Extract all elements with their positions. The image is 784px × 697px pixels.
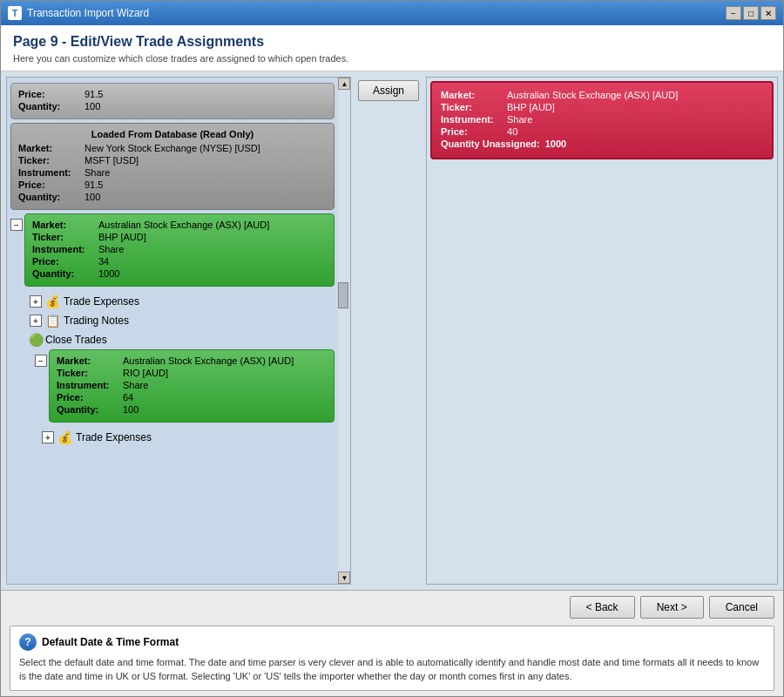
card4-price-value: 64 <box>123 392 133 403</box>
card2-price-row: Price: 91.5 <box>18 179 327 190</box>
help-box: ? Default Date & Time Format Select the … <box>10 626 774 691</box>
right-instrument-value: Share <box>507 114 532 125</box>
card2-qty-label: Quantity: <box>18 192 79 202</box>
card2-instrument-label: Instrument: <box>18 167 79 178</box>
cancel-button[interactable]: Cancel <box>709 596 774 619</box>
card4-ticker-row: Ticker: RIO [AUD] <box>57 368 327 378</box>
close-button[interactable]: ✕ <box>760 6 776 20</box>
trade-card-4: Market: Australian Stock Exchange (ASX) … <box>49 349 335 423</box>
card4-ticker-value: RIO [AUD] <box>123 368 168 378</box>
scroll-wrapper: Price: 91.5 Quantity: 100 Loaded From Da… <box>7 78 350 584</box>
scroll-thumb[interactable] <box>338 282 348 308</box>
card4-expander[interactable]: − <box>35 355 47 367</box>
left-scroll[interactable]: Price: 91.5 Quantity: 100 Loaded From Da… <box>7 78 338 584</box>
right-ticker-row: Ticker: BHP [AUD] <box>441 102 763 112</box>
card1-qty-row: Quantity: 100 <box>18 101 327 112</box>
maximize-button[interactable]: □ <box>743 6 759 20</box>
bottom-area: < Back Next > Cancel ? Default Date & Ti… <box>1 590 783 696</box>
right-ticker-value: BHP [AUD] <box>507 102 555 112</box>
card2-instrument-value: Share <box>84 167 110 178</box>
card2-ticker-label: Ticker: <box>18 155 79 166</box>
card2-ticker-value: MSFT [USD] <box>84 155 139 166</box>
trade-expenses-2-item[interactable]: + 💰 Trade Expenses <box>10 428 335 447</box>
card3-instrument-value: Share <box>98 244 124 254</box>
card1-qty-label: Quantity: <box>18 101 79 112</box>
card3-qty-row: Quantity: 1000 <box>32 268 327 279</box>
help-header: ? Default Date & Time Format <box>19 633 765 651</box>
right-ticker-label: Ticker: <box>441 102 502 112</box>
card4-instrument-row: Instrument: Share <box>57 380 327 390</box>
card4-qty-row: Quantity: 100 <box>57 404 327 415</box>
card4-expand-row: − Market: Australian Stock Exchange (ASX… <box>10 349 335 426</box>
money-icon-2: 💰 <box>57 430 72 444</box>
close-trades-label: Close Trades <box>45 334 107 346</box>
card2-header: Loaded From Database (Read Only) <box>18 129 327 139</box>
left-scrollbar[interactable]: ▲ ▼ <box>338 78 350 584</box>
title-bar: T Transaction Import Wizard − □ ✕ <box>1 1 783 25</box>
card1-qty-value: 100 <box>84 101 100 112</box>
trade-card-2: Loaded From Database (Read Only) Market:… <box>10 123 335 210</box>
card3-price-label: Price: <box>32 256 93 267</box>
scroll-down-arrow[interactable]: ▼ <box>338 572 350 584</box>
card4-market-label: Market: <box>57 355 118 366</box>
trade-card-1: Price: 91.5 Quantity: 100 <box>10 83 335 119</box>
scroll-up-arrow[interactable]: ▲ <box>338 78 350 90</box>
help-text: Select the default date and time format.… <box>19 656 765 683</box>
right-price-row: Price: 40 <box>441 126 763 137</box>
left-panel: Price: 91.5 Quantity: 100 Loaded From Da… <box>6 77 351 585</box>
card3-ticker-value: BHP [AUD] <box>98 232 146 242</box>
card3-expand-row: − Market: Australian Stock Exchange (ASX… <box>10 213 335 290</box>
card1-price-row: Price: 91.5 <box>18 89 327 99</box>
title-bar-buttons: − □ ✕ <box>726 6 776 20</box>
assign-button[interactable]: Assign <box>358 80 419 101</box>
trade-expenses-2-expander[interactable]: + <box>42 431 54 443</box>
next-button[interactable]: Next > <box>640 596 704 619</box>
right-qty-unassigned-row: Quantity Unassigned: 1000 <box>441 139 763 149</box>
card3-market-value: Australian Stock Exchange (ASX) [AUD] <box>98 220 269 230</box>
right-market-row: Market: Australian Stock Exchange (ASX) … <box>441 90 763 100</box>
app-icon: T <box>8 6 22 20</box>
card4-instrument-label: Instrument: <box>57 380 118 390</box>
close-trades-icon: 🟢 <box>29 333 44 347</box>
unassigned-card: Market: Australian Stock Exchange (ASX) … <box>430 81 774 159</box>
title-bar-title: Transaction Import Wizard <box>27 7 149 19</box>
minimize-button[interactable]: − <box>726 6 741 20</box>
card3-ticker-label: Ticker: <box>32 232 93 242</box>
trade-expenses-1-expander[interactable]: + <box>30 295 42 308</box>
right-instrument-row: Instrument: Share <box>441 114 763 125</box>
card2-qty-row: Quantity: 100 <box>18 192 327 202</box>
card3-instrument-label: Instrument: <box>32 244 93 254</box>
trading-notes-item[interactable]: + 📋 Trading Notes <box>10 311 335 330</box>
card3-market-row: Market: Australian Stock Exchange (ASX) … <box>32 220 327 230</box>
notes-icon: 📋 <box>45 314 60 328</box>
close-trades-item[interactable]: 🟢 Close Trades <box>10 330 335 349</box>
main-window: T Transaction Import Wizard − □ ✕ Page 9… <box>0 0 784 697</box>
card4-price-label: Price: <box>57 392 118 403</box>
right-instrument-label: Instrument: <box>441 114 502 125</box>
trade-card-3: Market: Australian Stock Exchange (ASX) … <box>24 213 335 287</box>
right-qty-unassigned-value: 1000 <box>545 139 566 149</box>
card1-price-label: Price: <box>18 89 79 99</box>
card4-price-row: Price: 64 <box>57 392 327 403</box>
back-button[interactable]: < Back <box>570 596 635 619</box>
trading-notes-expander[interactable]: + <box>30 315 42 327</box>
right-qty-unassigned-label: Quantity Unassigned: <box>441 139 540 149</box>
card3-price-row: Price: 34 <box>32 256 327 267</box>
right-market-value: Australian Stock Exchange (ASX) [AUD] <box>507 90 678 100</box>
card2-qty-value: 100 <box>84 192 100 202</box>
card4-qty-label: Quantity: <box>57 404 118 415</box>
assign-area: Assign <box>356 77 421 585</box>
card3-ticker-row: Ticker: BHP [AUD] <box>32 232 327 242</box>
money-icon-1: 💰 <box>45 294 60 308</box>
card4-market-row: Market: Australian Stock Exchange (ASX) … <box>57 355 327 366</box>
trading-notes-label: Trading Notes <box>64 315 129 327</box>
page-subtitle: Here you can customize which close trade… <box>13 53 771 64</box>
card4-qty-value: 100 <box>123 404 139 415</box>
card2-instrument-row: Instrument: Share <box>18 167 327 178</box>
page-header: Page 9 - Edit/View Trade Assignments Her… <box>1 25 783 71</box>
card2-market-row: Market: New York Stock Exchange (NYSE) [… <box>18 143 327 153</box>
card3-expander[interactable]: − <box>10 219 23 231</box>
trade-expenses-1-item[interactable]: + 💰 Trade Expenses <box>10 292 335 311</box>
right-panel[interactable]: Market: Australian Stock Exchange (ASX) … <box>426 77 778 585</box>
card2-price-label: Price: <box>18 179 79 190</box>
